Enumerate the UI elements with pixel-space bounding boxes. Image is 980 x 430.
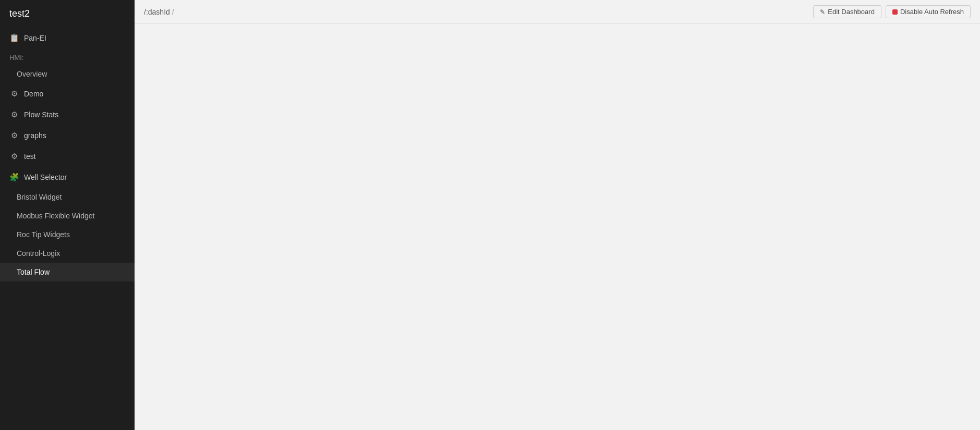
sidebar-item-label: graphs bbox=[24, 131, 46, 140]
sidebar-item-roc-tip[interactable]: Roc Tip Widgets bbox=[0, 225, 135, 244]
refresh-status-indicator bbox=[892, 9, 898, 15]
sidebar-hmi-label: HMI: bbox=[0, 48, 135, 65]
sidebar-item-label: Control-Logix bbox=[17, 249, 60, 257]
disable-auto-refresh-button[interactable]: Disable Auto Refresh bbox=[886, 5, 971, 18]
sidebar-item-label: test bbox=[24, 152, 36, 161]
gear-icon: ⚙ bbox=[9, 89, 19, 99]
sidebar-item-plow-stats[interactable]: ⚙ Plow Stats bbox=[0, 104, 135, 125]
sidebar-item-test[interactable]: ⚙ test bbox=[0, 146, 135, 167]
sidebar-item-label: Demo bbox=[24, 90, 43, 98]
sidebar-item-label: Pan-EI bbox=[24, 34, 46, 42]
sidebar-item-total-flow[interactable]: Total Flow bbox=[0, 263, 135, 281]
edit-dashboard-button[interactable]: ✎ Edit Dashboard bbox=[813, 5, 881, 18]
main-content: /:dashId / ✎ Edit Dashboard Disable Auto… bbox=[135, 0, 980, 430]
sidebar-item-overview[interactable]: Overview bbox=[0, 65, 135, 83]
gear-icon-3: ⚙ bbox=[9, 131, 19, 140]
gear-icon-2: ⚙ bbox=[9, 110, 19, 119]
topbar-actions: ✎ Edit Dashboard Disable Auto Refresh bbox=[813, 5, 971, 18]
app-title: test2 bbox=[0, 0, 135, 28]
sidebar-item-label: Plow Stats bbox=[24, 110, 58, 119]
sidebar-item-label: Roc Tip Widgets bbox=[17, 230, 70, 239]
breadcrumb-separator: / bbox=[172, 8, 174, 16]
dashboard-content bbox=[135, 24, 980, 430]
topbar: /:dashId / ✎ Edit Dashboard Disable Auto… bbox=[135, 0, 980, 24]
sidebar-item-demo[interactable]: ⚙ Demo bbox=[0, 83, 135, 104]
sidebar-item-label: Bristol Widget bbox=[17, 193, 62, 201]
sidebar-item-label: Modbus Flexible Widget bbox=[17, 212, 94, 220]
sidebar: test2 📋 Pan-EI HMI: Overview ⚙ Demo ⚙ Pl… bbox=[0, 0, 135, 430]
disable-auto-refresh-label: Disable Auto Refresh bbox=[900, 8, 964, 16]
sidebar-item-label: Total Flow bbox=[17, 268, 50, 276]
edit-dashboard-label: Edit Dashboard bbox=[828, 8, 875, 16]
sidebar-item-label: Overview bbox=[17, 70, 47, 78]
panel-icon: 📋 bbox=[9, 33, 19, 43]
sidebar-item-control-logix[interactable]: Control-Logix bbox=[0, 244, 135, 263]
sidebar-item-graphs[interactable]: ⚙ graphs bbox=[0, 125, 135, 146]
gear-icon-4: ⚙ bbox=[9, 152, 19, 161]
sidebar-item-label: Well Selector bbox=[24, 173, 67, 181]
sidebar-item-modbus-flexible[interactable]: Modbus Flexible Widget bbox=[0, 206, 135, 225]
breadcrumb-path[interactable]: /:dashId bbox=[144, 8, 170, 16]
edit-icon: ✎ bbox=[820, 8, 825, 16]
sidebar-item-pan-ei[interactable]: 📋 Pan-EI bbox=[0, 28, 135, 48]
sidebar-item-bristol-widget[interactable]: Bristol Widget bbox=[0, 188, 135, 206]
puzzle-icon: 🧩 bbox=[9, 173, 19, 182]
sidebar-item-well-selector[interactable]: 🧩 Well Selector bbox=[0, 167, 135, 188]
breadcrumb: /:dashId / bbox=[144, 8, 174, 16]
